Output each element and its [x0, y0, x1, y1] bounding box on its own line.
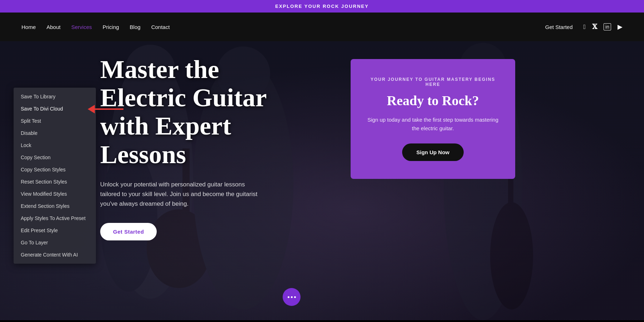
- menu-item-reset-section-styles[interactable]: Reset Section Styles: [14, 176, 96, 188]
- promo-card-title: Ready to Rock?: [365, 93, 501, 108]
- arrow-head: [88, 105, 95, 113]
- hero-bg-art: [0, 41, 644, 320]
- red-arrow-indicator: [88, 105, 123, 113]
- nav-home[interactable]: Home: [21, 24, 36, 30]
- menu-item-copy-section-styles[interactable]: Copy Section Styles: [14, 164, 96, 176]
- banner-text: EXPLORE YOUR ROCK JOURNEY: [275, 4, 369, 9]
- hero-cta-button[interactable]: Get Started: [100, 223, 157, 240]
- nav-links: Home About Services Pricing Blog Contact: [21, 24, 170, 30]
- hero-subtitle: Unlock your potential with personalized …: [100, 180, 265, 209]
- hero-section: Master the Electric Guitar with Expert L…: [0, 41, 644, 320]
- menu-item-extend-section-styles[interactable]: Extend Section Styles: [14, 200, 96, 212]
- menu-item-split-test[interactable]: Split Test: [14, 115, 96, 127]
- nav-contact[interactable]: Contact: [151, 24, 170, 30]
- dot-2: [291, 296, 293, 298]
- hero-title: Master the Electric Guitar with Expert L…: [100, 55, 297, 169]
- menu-item-generate-content-ai[interactable]: Generate Content With AI: [14, 249, 96, 261]
- nav-right: Get Started  𝕏 in ▶: [545, 23, 623, 31]
- nav-blog[interactable]: Blog: [130, 24, 141, 30]
- nav-about[interactable]: About: [47, 24, 60, 30]
- nav-pricing[interactable]: Pricing: [103, 24, 119, 30]
- menu-item-save-library[interactable]: Save To Library: [14, 91, 96, 103]
- nav-get-started[interactable]: Get Started: [545, 24, 573, 30]
- promo-card: YOUR JOURNEY TO GUITAR MASTERY BEGINS HE…: [351, 59, 515, 179]
- promo-card-label: YOUR JOURNEY TO GUITAR MASTERY BEGINS HE…: [365, 77, 501, 87]
- menu-item-disable[interactable]: Disable: [14, 127, 96, 139]
- dots-menu-button[interactable]: [283, 288, 301, 306]
- menu-item-apply-styles-preset[interactable]: Apply Styles To Active Preset: [14, 212, 96, 224]
- arrow-line: [95, 108, 123, 110]
- menu-item-edit-preset-style[interactable]: Edit Preset Style: [14, 224, 96, 236]
- sign-up-button[interactable]: Sign Up Now: [402, 143, 464, 161]
- dot-1: [288, 296, 289, 298]
- nav-bar: Home About Services Pricing Blog Contact…: [0, 13, 644, 41]
- menu-item-save-divi-cloud[interactable]: Save To Divi Cloud: [14, 103, 96, 115]
- social-icons:  𝕏 in ▶: [584, 23, 623, 31]
- x-twitter-icon[interactable]: 𝕏: [592, 23, 597, 31]
- hero-content: Master the Electric Guitar with Expert L…: [100, 55, 297, 240]
- facebook-icon[interactable]: : [584, 23, 586, 31]
- youtube-icon[interactable]: ▶: [618, 23, 623, 31]
- dot-3: [294, 296, 296, 298]
- menu-item-go-to-layer[interactable]: Go To Layer: [14, 236, 96, 249]
- menu-item-copy-section[interactable]: Copy Section: [14, 151, 96, 164]
- linkedin-icon[interactable]: in: [604, 23, 611, 30]
- context-menu: Save To Library Save To Divi Cloud Split…: [14, 88, 96, 264]
- top-banner: EXPLORE YOUR ROCK JOURNEY: [0, 0, 644, 13]
- menu-item-view-modified-styles[interactable]: View Modified Styles: [14, 188, 96, 200]
- nav-services[interactable]: Services: [71, 24, 92, 30]
- menu-item-lock[interactable]: Lock: [14, 139, 96, 151]
- promo-card-text: Sign up today and take the first step to…: [365, 116, 501, 133]
